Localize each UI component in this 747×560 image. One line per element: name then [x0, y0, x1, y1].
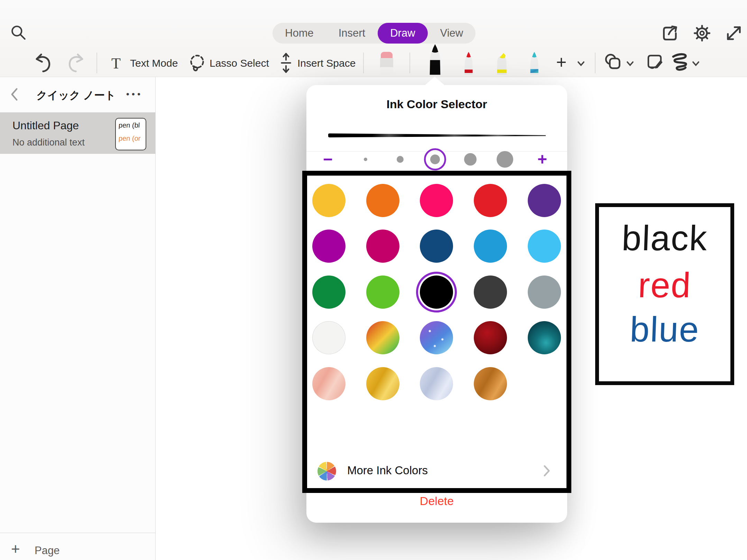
text-mode-icon: T: [111, 55, 121, 72]
insert-space-label: Insert Space: [297, 57, 356, 69]
page-list-sidebar: クイック ノート ••• Untitled Page No additional…: [0, 77, 156, 560]
top-bar: Home Insert Draw View: [0, 0, 747, 77]
color-swatch-dark-red-marble[interactable]: [474, 321, 507, 354]
color-swatch-rainbow-glitter[interactable]: [366, 321, 399, 354]
pen-galaxy-teal[interactable]: [526, 51, 542, 75]
free-ink-scribble-icon[interactable]: [671, 53, 691, 73]
fullscreen-icon[interactable]: [725, 24, 743, 42]
color-wheel-icon: [317, 462, 336, 480]
page-subtitle: No additional text: [12, 137, 85, 148]
ribbon-separator: [595, 53, 596, 73]
color-swatch-black[interactable]: [420, 276, 453, 309]
lasso-select-label: Lasso Select: [210, 57, 269, 69]
notebook-title: クイック ノート: [35, 88, 118, 103]
color-swatch-purple[interactable]: [528, 184, 561, 217]
color-swatch-rose-gold[interactable]: [312, 367, 345, 400]
add-pen-button[interactable]: +: [556, 52, 566, 73]
delete-pen-button[interactable]: Delete: [306, 494, 567, 508]
ink-color-selector-popup: Ink Color Selector − +: [306, 85, 567, 523]
color-swatch-pink[interactable]: [420, 184, 453, 217]
color-swatch-bronze[interactable]: [474, 367, 507, 400]
pen-red[interactable]: [461, 51, 477, 75]
pen-black-selected[interactable]: [425, 44, 445, 75]
settings-gear-icon[interactable]: [693, 24, 711, 42]
thickness-selector: − +: [306, 152, 567, 183]
shapes-icon[interactable]: [605, 53, 623, 72]
tab-draw[interactable]: Draw: [378, 23, 427, 44]
color-swatch-orange[interactable]: [366, 184, 399, 217]
share-icon[interactable]: [661, 24, 679, 42]
color-swatch-teal-ocean[interactable]: [528, 321, 561, 354]
divider: [0, 533, 155, 533]
highlighter-yellow[interactable]: [493, 51, 510, 75]
page-list-item-selected[interactable]: Untitled Page No additional text pen (bl…: [0, 112, 155, 154]
color-swatch-sky-blue[interactable]: [528, 230, 561, 263]
insert-space-icon: [279, 53, 293, 73]
lasso-icon: [188, 54, 206, 73]
chevron-down-icon[interactable]: [577, 61, 585, 66]
ribbon-separator: [96, 53, 97, 73]
ribbon-tabs: Home Insert Draw View: [273, 23, 476, 44]
popup-arrow: [425, 77, 445, 85]
color-swatch-light-green[interactable]: [366, 276, 399, 309]
color-swatch-gray[interactable]: [528, 276, 561, 309]
color-swatch-white[interactable]: [312, 321, 345, 354]
tab-view[interactable]: View: [428, 23, 476, 44]
eraser-tool[interactable]: [377, 50, 396, 75]
ink-note-icon[interactable]: [646, 53, 664, 71]
ink-word-black: black: [598, 218, 731, 259]
decrease-thickness-button[interactable]: −: [323, 150, 333, 169]
color-swatch-galaxy[interactable]: [420, 321, 453, 354]
handwriting-annotation-box: black red blue: [595, 203, 734, 385]
thickness-dot-4[interactable]: [464, 153, 477, 166]
increase-thickness-button[interactable]: +: [537, 150, 547, 169]
thickness-dot-1[interactable]: [364, 158, 367, 161]
chevron-right-icon: [543, 465, 551, 477]
color-swatch-navy[interactable]: [420, 230, 453, 263]
tab-insert[interactable]: Insert: [326, 23, 378, 44]
redo-button[interactable]: [66, 53, 84, 73]
color-swatch-green[interactable]: [312, 276, 345, 309]
page-title: Untitled Page: [12, 119, 79, 132]
thumbnail-ink-line: pen (or: [118, 134, 141, 142]
thickness-dot-5[interactable]: [497, 151, 513, 168]
ink-word-blue: blue: [598, 309, 731, 350]
chevron-down-icon[interactable]: [626, 61, 634, 66]
thickness-dot-2[interactable]: [397, 156, 404, 163]
color-swatch-silver[interactable]: [420, 367, 453, 400]
ink-stroke-preview: [327, 131, 547, 140]
color-swatch-violet[interactable]: [312, 230, 345, 263]
more-options-ellipsis-icon[interactable]: •••: [126, 89, 143, 100]
thumbnail-ink-line: pen (bl: [118, 121, 140, 129]
color-swatch-dark-gray[interactable]: [474, 276, 507, 309]
ribbon-separator: [409, 53, 410, 73]
color-swatch-raspberry[interactable]: [366, 230, 399, 263]
ribbon-separator: [363, 53, 364, 73]
chevron-down-icon[interactable]: [692, 61, 700, 66]
color-swatch-blue[interactable]: [474, 230, 507, 263]
back-chevron-icon[interactable]: [10, 87, 19, 101]
ink-word-red: red: [598, 265, 731, 306]
plus-icon: +: [11, 540, 20, 558]
tab-home[interactable]: Home: [273, 23, 326, 44]
undo-button[interactable]: [35, 53, 53, 73]
more-ink-colors-label: More Ink Colors: [347, 464, 428, 477]
add-page-label: Page: [35, 544, 59, 557]
color-swatch-gold[interactable]: [366, 367, 399, 400]
more-ink-colors-button[interactable]: More Ink Colors: [306, 457, 567, 486]
search-icon[interactable]: [10, 24, 27, 41]
popup-title: Ink Color Selector: [306, 97, 567, 111]
thickness-dot-3[interactable]: [430, 155, 440, 164]
text-mode-label: Text Mode: [130, 57, 178, 69]
color-swatch-yellow[interactable]: [312, 184, 345, 217]
color-swatch-red[interactable]: [474, 184, 507, 217]
page-thumbnail: pen (bl pen (or: [115, 118, 146, 150]
onenote-app: Home Insert Draw View: [0, 0, 747, 560]
